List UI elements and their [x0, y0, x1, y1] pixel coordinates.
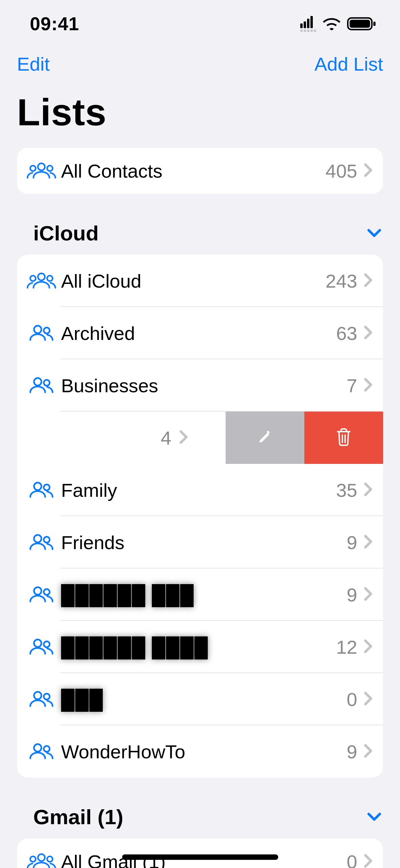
list-count: 0 [347, 851, 357, 868]
swipe-delete-button[interactable] [304, 412, 383, 464]
svg-point-15 [34, 535, 41, 542]
wifi-icon [322, 17, 341, 31]
list-label: Family [61, 479, 336, 501]
all-contacts-card: All Contacts 405 [17, 148, 383, 194]
svg-point-24 [44, 746, 50, 752]
list-label: Friends [61, 531, 347, 554]
chevron-right-icon [364, 744, 373, 759]
list-count: 243 [326, 270, 357, 292]
list-label-redacted: ██████ ████ [61, 636, 336, 658]
trash-icon [335, 428, 352, 448]
section-header-icloud[interactable]: iCloud [0, 194, 400, 255]
chevron-right-icon [364, 639, 373, 654]
svg-point-4 [30, 166, 36, 171]
svg-point-14 [44, 485, 50, 490]
svg-point-12 [44, 380, 50, 386]
people-double-icon [26, 534, 56, 551]
list-label: All iCloud [61, 270, 326, 292]
svg-point-13 [34, 483, 41, 490]
list-label: Archived [61, 322, 336, 344]
list-row[interactable]: All iCloud 243 [17, 255, 383, 307]
battery-icon [347, 17, 376, 31]
list-row[interactable]: All Gmail (1) 0 [17, 838, 383, 868]
list-row[interactable]: ██████ ███ 9 [17, 568, 383, 621]
list-count: 9 [347, 741, 357, 763]
svg-rect-1 [350, 20, 370, 28]
people-double-icon [26, 377, 56, 394]
svg-point-26 [30, 856, 36, 862]
svg-point-5 [47, 166, 53, 171]
svg-point-20 [44, 641, 50, 647]
svg-point-9 [34, 326, 41, 333]
chevron-down-icon [367, 229, 381, 238]
chevron-right-icon [364, 535, 373, 550]
list-row[interactable]: ██████ ████ 12 [17, 621, 383, 673]
svg-point-7 [30, 276, 36, 281]
section-title: iCloud [33, 221, 99, 245]
svg-point-22 [44, 694, 50, 700]
people-triple-icon [26, 271, 56, 290]
svg-point-23 [34, 744, 41, 752]
home-indicator [122, 854, 278, 860]
list-row[interactable]: Archived 63 [17, 307, 383, 359]
section-title: Gmail (1) [33, 805, 123, 829]
chevron-right-icon [364, 692, 373, 707]
svg-point-3 [38, 163, 45, 170]
list-row-swiped[interactable]: 4 [17, 412, 383, 464]
people-double-icon [26, 691, 56, 708]
chevron-right-icon [364, 378, 373, 393]
svg-point-25 [38, 854, 45, 861]
list-count: 63 [336, 322, 357, 344]
list-row[interactable]: WonderHowTo 9 [17, 725, 383, 778]
page-title: Lists [0, 80, 400, 148]
swipe-edit-button[interactable] [226, 412, 304, 464]
list-count: 405 [326, 160, 357, 182]
list-row-all-contacts[interactable]: All Contacts 405 [17, 148, 383, 194]
svg-rect-2 [373, 22, 375, 26]
list-count: 35 [336, 479, 357, 501]
list-count: 9 [347, 531, 357, 554]
list-label: WonderHowTo [61, 741, 347, 763]
chevron-right-icon [364, 273, 373, 288]
section-header-gmail[interactable]: Gmail (1) [0, 778, 400, 838]
svg-point-11 [34, 378, 41, 385]
list-row[interactable]: ███ 0 [17, 673, 383, 725]
svg-point-17 [34, 587, 41, 595]
people-double-icon [26, 743, 56, 760]
icloud-card: All iCloud 243 Archived 63 Businesses 7 … [17, 255, 383, 778]
chevron-right-icon [364, 326, 373, 341]
list-count: 4 [161, 427, 171, 449]
list-label: All Contacts [61, 160, 326, 182]
cellular-icon [300, 16, 316, 32]
svg-point-6 [38, 273, 45, 281]
list-row[interactable]: Businesses 7 [17, 359, 383, 412]
svg-point-21 [34, 692, 41, 699]
chevron-right-icon [364, 163, 373, 178]
list-count: 9 [347, 584, 357, 606]
chevron-right-icon [364, 854, 373, 868]
chevron-right-icon [364, 483, 373, 498]
people-double-icon [26, 482, 56, 499]
svg-point-10 [44, 328, 50, 333]
add-list-button[interactable]: Add List [315, 53, 383, 75]
people-triple-icon [26, 161, 56, 180]
list-row[interactable]: Family 35 [17, 464, 383, 516]
swipe-actions [226, 412, 383, 464]
list-label: Businesses [61, 375, 347, 397]
list-count: 12 [336, 636, 357, 658]
people-triple-icon [26, 852, 56, 868]
svg-point-18 [44, 589, 50, 595]
gmail-card: All Gmail (1) 0 [17, 838, 383, 868]
chevron-right-icon [179, 430, 188, 445]
list-count: 0 [347, 688, 357, 710]
list-label-redacted: ██████ ███ [61, 584, 347, 606]
chevron-down-icon [367, 813, 381, 821]
status-bar: 09:41 [0, 0, 400, 48]
list-row[interactable]: Friends 9 [17, 516, 383, 568]
edit-button[interactable]: Edit [17, 53, 50, 75]
svg-point-27 [47, 856, 53, 862]
pencil-icon [258, 430, 272, 446]
people-double-icon [26, 638, 56, 655]
people-double-icon [26, 325, 56, 342]
list-count: 7 [347, 375, 357, 397]
